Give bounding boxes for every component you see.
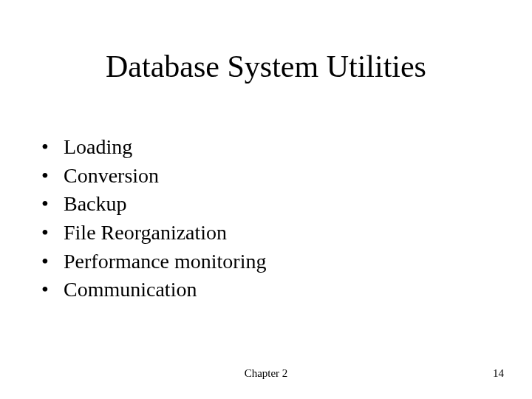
list-item: • Loading [41,133,266,162]
bullet-text: Communication [64,276,197,304]
bullet-text: Loading [64,133,132,162]
bullet-icon: • [41,248,64,276]
bullet-text: File Reorganization [64,219,227,248]
bullet-icon: • [41,162,64,191]
bullet-list: • Loading • Conversion • Backup • File R… [41,133,266,304]
list-item: • Backup [41,190,266,219]
bullet-icon: • [41,190,64,219]
bullet-text: Backup [64,190,127,219]
slide-title: Database System Utilities [0,49,532,84]
footer-chapter: Chapter 2 [0,367,532,380]
slide: Database System Utilities • Loading • Co… [0,0,532,399]
list-item: • Performance monitoring [41,248,266,276]
bullet-text: Performance monitoring [64,248,266,276]
bullet-icon: • [41,133,64,162]
bullet-text: Conversion [64,162,159,191]
bullet-icon: • [41,276,64,304]
bullet-icon: • [41,219,64,248]
list-item: • File Reorganization [41,219,266,248]
list-item: • Communication [41,276,266,304]
footer-page-number: 14 [493,367,504,380]
list-item: • Conversion [41,162,266,191]
